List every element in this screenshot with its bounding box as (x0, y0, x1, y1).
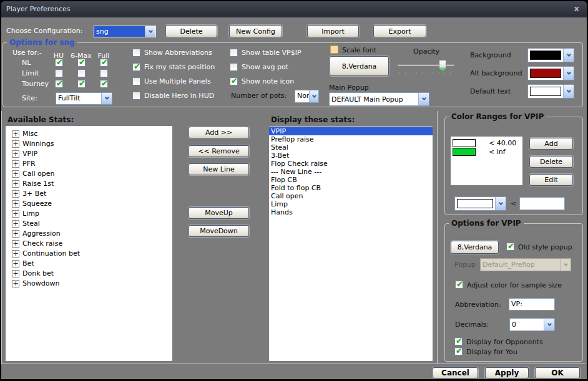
tree-item[interactable]: + 3+ Bet (6, 189, 172, 199)
expand-icon[interactable]: + (12, 140, 19, 148)
color-select[interactable] (527, 84, 574, 99)
use-for-checkbox[interactable] (55, 59, 63, 67)
move-up-button[interactable]: MoveUp (189, 207, 249, 219)
expand-icon[interactable]: + (12, 230, 19, 238)
display-stat-item[interactable]: Hands (269, 208, 433, 216)
scale-font-checkbox[interactable] (330, 46, 338, 54)
display-you-checkbox[interactable] (454, 347, 463, 355)
range-edit-button[interactable]: Edit (529, 174, 573, 186)
tree-item[interactable]: + Call open (6, 169, 172, 179)
option-checkbox[interactable] (230, 63, 238, 71)
site-select[interactable]: FullTilt (56, 92, 112, 105)
expand-icon[interactable]: + (12, 260, 19, 268)
chevron-down-icon[interactable] (563, 67, 574, 80)
tree-item[interactable]: + Steal (6, 219, 172, 229)
expand-icon[interactable]: + (12, 160, 19, 168)
display-stat-item[interactable]: Steal (269, 143, 433, 152)
expand-icon[interactable]: + (12, 170, 19, 178)
close-icon[interactable]: x (574, 4, 579, 13)
range-value-input[interactable] (519, 197, 565, 210)
ok-button[interactable]: OK (535, 367, 580, 379)
tree-item[interactable]: + Check raise (6, 239, 172, 249)
color-ranges-list[interactable]: < 40.00 < inf (450, 136, 523, 186)
tree-item[interactable]: + PFR (6, 159, 172, 169)
tree-item[interactable]: + Misc (6, 129, 172, 139)
range-color-select[interactable] (454, 196, 506, 211)
expand-icon[interactable]: + (12, 240, 19, 248)
range-delete-button[interactable]: Delete (529, 156, 573, 168)
chevron-down-icon[interactable] (418, 93, 429, 105)
move-down-button[interactable]: MoveDown (189, 225, 249, 237)
tree-item[interactable]: + VPIP (6, 149, 172, 159)
available-stats-list[interactable]: + Misc + Winnings + VPIP + PFR + Call op… (5, 125, 173, 362)
tree-item[interactable]: + Winnings (6, 139, 172, 149)
chevron-down-icon[interactable] (544, 319, 554, 330)
use-for-checkbox[interactable] (77, 59, 86, 67)
option-checkbox[interactable] (132, 63, 140, 71)
expand-icon[interactable]: + (12, 270, 19, 277)
apply-button[interactable]: Apply (485, 367, 529, 379)
chevron-down-icon[interactable] (563, 49, 574, 62)
tree-item[interactable]: + Showdown (6, 279, 172, 289)
color-range-row[interactable]: < 40.00 (451, 138, 522, 147)
chevron-down-icon[interactable] (563, 85, 574, 98)
expand-icon[interactable]: + (12, 180, 19, 188)
display-opponents-checkbox[interactable] (454, 337, 463, 345)
chevron-down-icon[interactable] (495, 197, 506, 210)
abbreviation-input[interactable]: VP: (509, 298, 555, 311)
display-stat-item[interactable]: Fold to flop CB (269, 184, 433, 192)
import-button[interactable]: Import (307, 25, 359, 37)
option-checkbox[interactable] (132, 77, 140, 85)
expand-icon[interactable]: + (12, 130, 19, 138)
display-stats-list[interactable]: VPIP Preflop raise Steal 3-Bet Flop Chec… (268, 126, 433, 362)
export-button[interactable]: Export (373, 25, 426, 37)
new-config-button[interactable]: New Config (229, 25, 282, 37)
tree-item[interactable]: + Continuation bet (6, 249, 172, 259)
font-button[interactable]: 8,Verdana (330, 56, 389, 76)
display-stat-item[interactable]: Limp (269, 200, 433, 208)
remove-button[interactable]: << Remove (189, 145, 249, 157)
expand-icon[interactable]: + (12, 210, 19, 218)
decimals-select[interactable]: 0 (509, 318, 555, 331)
use-for-checkbox[interactable] (55, 80, 63, 88)
option-checkbox[interactable] (132, 92, 140, 100)
chevron-down-icon[interactable] (309, 90, 318, 102)
main-popup-select[interactable]: DEFAULT Main Popup (329, 92, 429, 106)
use-for-checkbox[interactable] (100, 69, 108, 77)
use-for-checkbox[interactable] (55, 69, 63, 77)
range-add-button[interactable]: Add (529, 138, 573, 150)
display-stat-item[interactable]: 3-Bet (269, 152, 433, 160)
adjust-color-checkbox[interactable] (455, 281, 463, 289)
expand-icon[interactable]: + (12, 220, 19, 228)
expand-icon[interactable]: + (12, 250, 19, 258)
option-checkbox[interactable] (132, 49, 140, 57)
option-checkbox[interactable] (230, 77, 238, 85)
stat-font-button[interactable]: 8,Verdana (451, 241, 499, 254)
expand-icon[interactable]: + (12, 190, 19, 198)
display-stat-item[interactable]: Flop Check raise (269, 160, 433, 168)
cancel-button[interactable]: Cancel (433, 367, 478, 379)
display-stat-item[interactable]: Flop CB (269, 176, 433, 184)
expand-icon[interactable]: + (12, 150, 19, 158)
color-select[interactable] (527, 66, 574, 80)
tree-item[interactable]: + Raise 1st (6, 179, 172, 189)
use-for-checkbox[interactable] (100, 80, 108, 88)
tree-item[interactable]: + Aggression (6, 229, 172, 239)
number-of-pots-select[interactable]: Nor (295, 90, 319, 103)
display-stat-item[interactable]: VPIP (269, 127, 433, 135)
use-for-checkbox[interactable] (77, 80, 86, 88)
tree-item[interactable]: + Squeeze (6, 199, 172, 209)
tree-item[interactable]: + Limp (6, 209, 172, 219)
tree-item[interactable]: + Bet (6, 259, 172, 269)
option-checkbox[interactable] (230, 49, 238, 57)
expand-icon[interactable]: + (12, 280, 19, 287)
delete-button[interactable]: Delete (165, 25, 217, 37)
tree-item[interactable]: + Donk bet (6, 269, 172, 279)
expand-icon[interactable]: + (12, 200, 19, 208)
chevron-down-icon[interactable] (145, 26, 155, 37)
use-for-checkbox[interactable] (100, 59, 108, 67)
new-line-button[interactable]: New Line (189, 163, 249, 175)
display-stat-item[interactable]: Preflop raise (269, 135, 433, 143)
add-button[interactable]: Add >> (189, 127, 249, 138)
color-select[interactable] (527, 48, 574, 62)
